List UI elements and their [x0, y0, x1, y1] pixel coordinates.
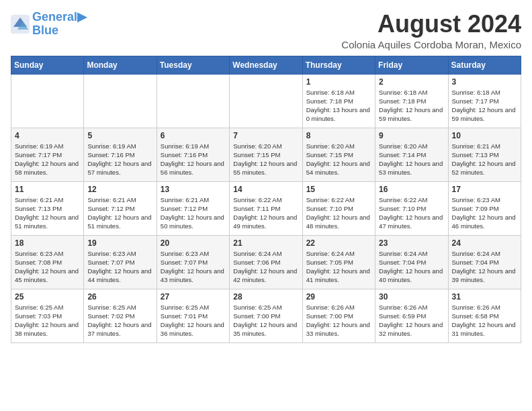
- day-info: Sunrise: 6:21 AMSunset: 7:12 PMDaylight:…: [161, 195, 226, 231]
- calendar-cell-w4-d1: 18Sunrise: 6:23 AMSunset: 7:08 PMDayligh…: [11, 235, 84, 289]
- day-info: Sunrise: 6:23 AMSunset: 7:08 PMDaylight:…: [15, 249, 80, 285]
- day-info: Sunrise: 6:22 AMSunset: 7:10 PMDaylight:…: [306, 195, 371, 231]
- calendar-cell-w2-d5: 8Sunrise: 6:20 AMSunset: 7:15 PMDaylight…: [302, 128, 375, 181]
- logo: General▶ Blue: [11, 11, 87, 38]
- day-info: Sunrise: 6:21 AMSunset: 7:13 PMDaylight:…: [452, 142, 517, 177]
- day-number: 27: [161, 292, 226, 302]
- day-number: 19: [87, 238, 152, 248]
- header-thursday: Thursday: [302, 56, 375, 74]
- calendar-cell-w4-d5: 22Sunrise: 6:24 AMSunset: 7:05 PMDayligh…: [302, 235, 375, 289]
- day-number: 9: [379, 131, 444, 140]
- calendar-cell-w2-d7: 10Sunrise: 6:21 AMSunset: 7:13 PMDayligh…: [448, 128, 521, 181]
- day-info: Sunrise: 6:19 AMSunset: 7:17 PMDaylight:…: [15, 142, 80, 177]
- day-number: 31: [452, 292, 517, 302]
- day-number: 18: [15, 238, 80, 248]
- day-number: 23: [379, 238, 444, 248]
- day-info: Sunrise: 6:24 AMSunset: 7:05 PMDaylight:…: [306, 249, 371, 285]
- calendar-cell-w2-d6: 9Sunrise: 6:20 AMSunset: 7:14 PMDaylight…: [375, 128, 448, 181]
- logo-icon: [11, 15, 30, 34]
- day-info: Sunrise: 6:26 AMSunset: 6:58 PMDaylight:…: [452, 303, 517, 338]
- title-section: August 2024 Colonia Aquiles Cordoba Mora…: [341, 11, 521, 50]
- day-info: Sunrise: 6:21 AMSunset: 7:13 PMDaylight:…: [15, 195, 80, 231]
- calendar-cell-w3-d6: 16Sunrise: 6:22 AMSunset: 7:10 PMDayligh…: [375, 181, 448, 235]
- weekday-header-row: Sunday Monday Tuesday Wednesday Thursday…: [11, 56, 521, 74]
- calendar-cell-w5-d3: 27Sunrise: 6:25 AMSunset: 7:01 PMDayligh…: [157, 289, 229, 342]
- header-tuesday: Tuesday: [157, 56, 229, 74]
- header-wednesday: Wednesday: [230, 56, 302, 74]
- calendar-cell-w5-d2: 26Sunrise: 6:25 AMSunset: 7:02 PMDayligh…: [84, 289, 157, 342]
- day-info: Sunrise: 6:19 AMSunset: 7:16 PMDaylight:…: [87, 142, 152, 177]
- calendar-cell-w1-d7: 3Sunrise: 6:18 AMSunset: 7:17 PMDaylight…: [448, 74, 521, 128]
- calendar-week-1: 1Sunrise: 6:18 AMSunset: 7:18 PMDaylight…: [11, 74, 521, 128]
- day-number: 7: [233, 131, 298, 140]
- day-number: 26: [87, 292, 152, 302]
- day-number: 6: [161, 131, 226, 140]
- day-info: Sunrise: 6:23 AMSunset: 7:07 PMDaylight:…: [161, 249, 226, 285]
- logo-text: General▶ Blue: [32, 11, 87, 38]
- calendar-table: Sunday Monday Tuesday Wednesday Thursday…: [11, 56, 521, 343]
- day-number: 8: [306, 131, 371, 140]
- day-number: 30: [379, 292, 444, 302]
- calendar-week-5: 25Sunrise: 6:25 AMSunset: 7:03 PMDayligh…: [11, 289, 521, 342]
- calendar-cell-w4-d2: 19Sunrise: 6:23 AMSunset: 7:07 PMDayligh…: [84, 235, 157, 289]
- logo-blue: Blue: [32, 24, 87, 38]
- day-info: Sunrise: 6:25 AMSunset: 7:03 PMDaylight:…: [15, 303, 80, 338]
- header-sunday: Sunday: [11, 56, 84, 74]
- calendar-cell-w1-d2: [84, 74, 157, 128]
- calendar-cell-w1-d6: 2Sunrise: 6:18 AMSunset: 7:18 PMDaylight…: [375, 74, 448, 128]
- day-number: 25: [15, 292, 80, 302]
- day-info: Sunrise: 6:26 AMSunset: 7:00 PMDaylight:…: [306, 303, 371, 338]
- day-number: 4: [15, 131, 80, 140]
- location-subtitle: Colonia Aquiles Cordoba Moran, Mexico: [341, 39, 521, 50]
- day-info: Sunrise: 6:21 AMSunset: 7:12 PMDaylight:…: [87, 195, 152, 231]
- calendar-cell-w3-d1: 11Sunrise: 6:21 AMSunset: 7:13 PMDayligh…: [11, 181, 84, 235]
- day-number: 11: [15, 185, 80, 194]
- day-info: Sunrise: 6:20 AMSunset: 7:14 PMDaylight:…: [379, 142, 444, 177]
- day-number: 14: [233, 185, 298, 194]
- day-number: 3: [452, 77, 517, 87]
- calendar-cell-w5-d4: 28Sunrise: 6:25 AMSunset: 7:00 PMDayligh…: [230, 289, 302, 342]
- header-saturday: Saturday: [448, 56, 521, 74]
- day-number: 2: [379, 77, 444, 87]
- day-info: Sunrise: 6:22 AMSunset: 7:11 PMDaylight:…: [233, 195, 298, 231]
- day-number: 29: [306, 292, 371, 302]
- day-number: 20: [161, 238, 226, 248]
- day-number: 24: [452, 238, 517, 248]
- calendar-cell-w3-d2: 12Sunrise: 6:21 AMSunset: 7:12 PMDayligh…: [84, 181, 157, 235]
- calendar-cell-w5-d7: 31Sunrise: 6:26 AMSunset: 6:58 PMDayligh…: [448, 289, 521, 342]
- day-number: 22: [306, 238, 371, 248]
- logo-general: General: [32, 10, 77, 24]
- calendar-cell-w2-d4: 7Sunrise: 6:20 AMSunset: 7:15 PMDaylight…: [230, 128, 302, 181]
- day-number: 10: [452, 131, 517, 140]
- day-info: Sunrise: 6:18 AMSunset: 7:17 PMDaylight:…: [452, 88, 517, 124]
- day-info: Sunrise: 6:22 AMSunset: 7:10 PMDaylight:…: [379, 195, 444, 231]
- day-info: Sunrise: 6:25 AMSunset: 7:00 PMDaylight:…: [233, 303, 298, 338]
- month-year-title: August 2024: [341, 11, 521, 38]
- calendar-cell-w2-d2: 5Sunrise: 6:19 AMSunset: 7:16 PMDaylight…: [84, 128, 157, 181]
- day-info: Sunrise: 6:18 AMSunset: 7:18 PMDaylight:…: [379, 88, 444, 124]
- day-number: 15: [306, 185, 371, 194]
- calendar-cell-w4-d6: 23Sunrise: 6:24 AMSunset: 7:04 PMDayligh…: [375, 235, 448, 289]
- calendar-cell-w3-d4: 14Sunrise: 6:22 AMSunset: 7:11 PMDayligh…: [230, 181, 302, 235]
- calendar-cell-w1-d5: 1Sunrise: 6:18 AMSunset: 7:18 PMDaylight…: [302, 74, 375, 128]
- day-number: 1: [306, 77, 371, 87]
- calendar-cell-w5-d5: 29Sunrise: 6:26 AMSunset: 7:00 PMDayligh…: [302, 289, 375, 342]
- day-number: 12: [87, 185, 152, 194]
- calendar-cell-w5-d1: 25Sunrise: 6:25 AMSunset: 7:03 PMDayligh…: [11, 289, 84, 342]
- calendar-cell-w4-d7: 24Sunrise: 6:24 AMSunset: 7:04 PMDayligh…: [448, 235, 521, 289]
- day-info: Sunrise: 6:20 AMSunset: 7:15 PMDaylight:…: [306, 142, 371, 177]
- day-number: 13: [161, 185, 226, 194]
- calendar-cell-w4-d4: 21Sunrise: 6:24 AMSunset: 7:06 PMDayligh…: [230, 235, 302, 289]
- day-info: Sunrise: 6:20 AMSunset: 7:15 PMDaylight:…: [233, 142, 298, 177]
- day-info: Sunrise: 6:25 AMSunset: 7:01 PMDaylight:…: [161, 303, 226, 338]
- calendar-cell-w4-d3: 20Sunrise: 6:23 AMSunset: 7:07 PMDayligh…: [157, 235, 229, 289]
- calendar-week-3: 11Sunrise: 6:21 AMSunset: 7:13 PMDayligh…: [11, 181, 521, 235]
- day-info: Sunrise: 6:24 AMSunset: 7:04 PMDaylight:…: [452, 249, 517, 285]
- day-number: 5: [87, 131, 152, 140]
- day-info: Sunrise: 6:18 AMSunset: 7:18 PMDaylight:…: [306, 88, 371, 124]
- day-info: Sunrise: 6:19 AMSunset: 7:16 PMDaylight:…: [161, 142, 226, 177]
- page-header: General▶ Blue August 2024 Colonia Aquile…: [11, 11, 521, 50]
- calendar-cell-w3-d3: 13Sunrise: 6:21 AMSunset: 7:12 PMDayligh…: [157, 181, 229, 235]
- logo-blue-icon: ▶: [77, 10, 87, 24]
- day-info: Sunrise: 6:24 AMSunset: 7:06 PMDaylight:…: [233, 249, 298, 285]
